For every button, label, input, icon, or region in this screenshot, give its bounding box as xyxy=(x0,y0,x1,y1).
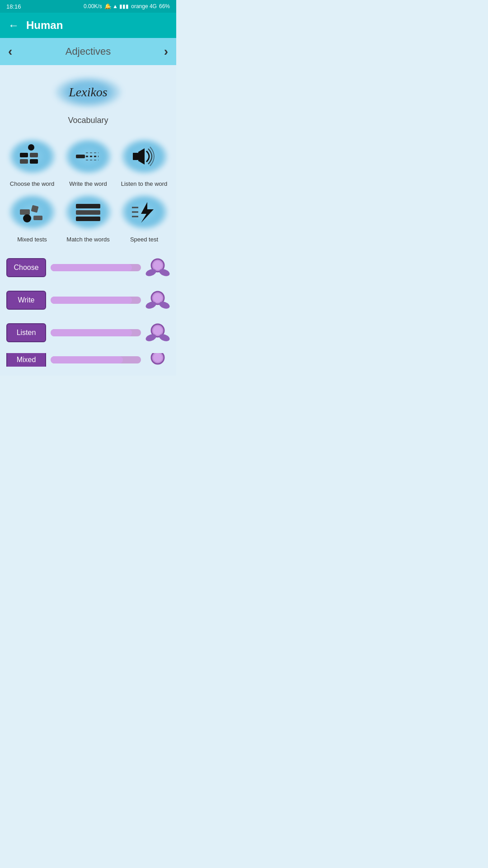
svg-rect-3 xyxy=(20,159,28,164)
app-header: ← Human xyxy=(0,13,176,38)
mixed-progress-bar xyxy=(51,356,141,363)
svg-point-33 xyxy=(153,326,162,335)
progress-row-mixed: Mixed xyxy=(6,353,170,367)
svg-point-29 xyxy=(153,293,162,302)
choose-word-icon xyxy=(16,143,48,170)
progress-section: Choose Write xyxy=(6,255,170,367)
activity-write-word[interactable]: Write the word xyxy=(62,136,114,187)
choose-progress-bar xyxy=(51,264,141,271)
choose-badge xyxy=(145,255,170,280)
svg-point-13 xyxy=(23,214,31,222)
category-nav: ‹ Adjectives › xyxy=(0,38,176,65)
logo-text: Lexikos xyxy=(69,85,108,99)
svg-rect-14 xyxy=(33,216,42,220)
mixed-badge-icon xyxy=(145,353,170,367)
listen-button[interactable]: Listen xyxy=(6,323,46,342)
write-word-label: Write the word xyxy=(69,180,107,187)
category-name: Adjectives xyxy=(66,46,111,57)
listen-progress-fill xyxy=(51,329,132,336)
progress-row-choose: Choose xyxy=(6,255,170,280)
choose-progress-fill xyxy=(51,264,132,271)
listen-badge-icon xyxy=(145,321,170,345)
svg-rect-4 xyxy=(30,159,38,164)
next-category-button[interactable]: › xyxy=(164,44,168,59)
write-word-icon xyxy=(72,143,104,170)
mixed-tests-label: Mixed tests xyxy=(17,236,47,243)
speed-test-label: Speed test xyxy=(130,236,158,243)
main-content: Lexikos Vocabulary Choose the word xyxy=(0,65,176,376)
listen-progress-bar xyxy=(51,329,141,336)
choose-button[interactable]: Choose xyxy=(6,258,46,277)
carrier: orange 4G xyxy=(131,3,157,9)
choose-word-label: Choose the word xyxy=(10,180,54,187)
mixed-button[interactable]: Mixed xyxy=(6,353,46,367)
vocabulary-label: Vocabulary xyxy=(68,116,108,125)
page-title: Human xyxy=(26,19,63,32)
mixed-tests-icon xyxy=(16,198,48,226)
speed-test-icon xyxy=(128,198,160,226)
svg-point-0 xyxy=(28,144,34,151)
network-speed: 0.00K/s xyxy=(84,3,102,9)
match-words-icon-wrap xyxy=(63,192,113,232)
svg-rect-10 xyxy=(133,153,138,160)
write-progress-bar xyxy=(51,297,141,304)
vocabulary-section: Lexikos Vocabulary xyxy=(6,74,170,125)
svg-rect-11 xyxy=(20,209,30,215)
svg-point-35 xyxy=(153,353,162,362)
prev-category-button[interactable]: ‹ xyxy=(8,44,12,59)
mixed-tests-icon-wrap xyxy=(7,192,57,232)
progress-row-write: Write xyxy=(6,288,170,312)
activity-grid: Choose the word Write the word xyxy=(6,136,170,243)
listen-word-icon xyxy=(128,143,160,170)
mixed-progress-fill xyxy=(51,356,123,363)
speed-test-icon-wrap xyxy=(119,192,169,232)
lexikos-logo[interactable]: Lexikos xyxy=(52,74,124,110)
activity-match-words[interactable]: Match the words xyxy=(62,192,114,243)
choose-word-icon-wrap xyxy=(7,136,57,177)
write-badge xyxy=(145,288,170,312)
mixed-badge xyxy=(145,353,170,367)
svg-rect-17 xyxy=(76,217,100,221)
status-right: 0.00K/s 🔔̶ ▲ ▮▮▮ orange 4G 66% xyxy=(84,3,170,9)
activity-mixed-tests[interactable]: Mixed tests xyxy=(6,192,58,243)
status-time: 18:16 xyxy=(6,3,21,10)
svg-marker-9 xyxy=(138,148,145,165)
choose-badge-icon xyxy=(145,255,170,280)
svg-rect-5 xyxy=(76,155,85,158)
write-word-icon-wrap xyxy=(63,136,113,177)
svg-rect-15 xyxy=(76,204,100,208)
activity-listen-word[interactable]: Listen to the word xyxy=(118,136,170,187)
svg-marker-18 xyxy=(141,202,154,223)
status-bar: 18:16 0.00K/s 🔔̶ ▲ ▮▮▮ orange 4G 66% xyxy=(0,0,176,13)
signal-icons: 🔔̶ ▲ ▮▮▮ xyxy=(104,3,129,9)
svg-rect-1 xyxy=(20,153,28,157)
svg-point-25 xyxy=(153,261,162,270)
listen-badge xyxy=(145,321,170,345)
listen-word-icon-wrap xyxy=(119,136,169,177)
back-button[interactable]: ← xyxy=(8,19,19,32)
write-progress-fill xyxy=(51,297,132,304)
svg-rect-12 xyxy=(31,205,38,212)
progress-row-listen: Listen xyxy=(6,321,170,345)
activity-choose-word[interactable]: Choose the word xyxy=(6,136,58,187)
activity-speed-test[interactable]: Speed test xyxy=(118,192,170,243)
write-badge-icon xyxy=(145,288,170,312)
write-button[interactable]: Write xyxy=(6,291,46,310)
match-words-icon xyxy=(72,198,104,226)
svg-rect-16 xyxy=(76,210,100,215)
match-words-label: Match the words xyxy=(66,236,109,243)
listen-word-label: Listen to the word xyxy=(121,180,168,187)
svg-rect-2 xyxy=(30,153,38,157)
battery: 66% xyxy=(159,3,170,9)
